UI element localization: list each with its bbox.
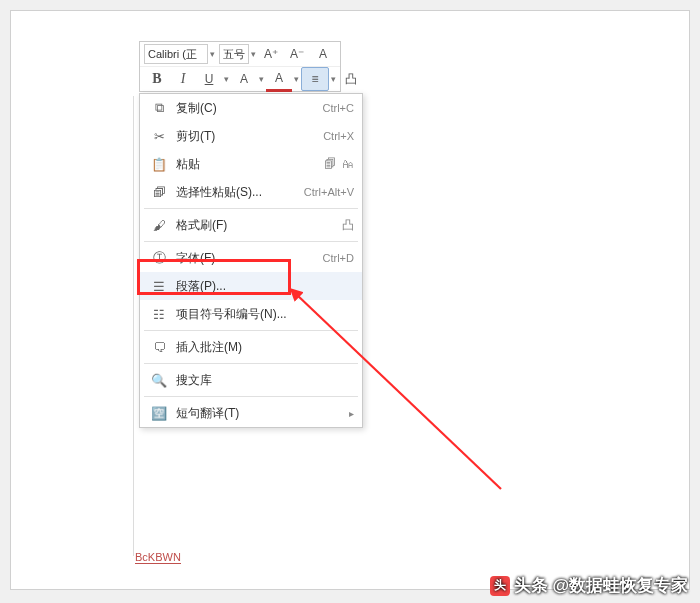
chevron-down-icon[interactable]: ▾ — [249, 49, 258, 59]
separator — [144, 241, 358, 242]
menu-copy[interactable]: ⧉ 复制(C) Ctrl+C — [140, 94, 362, 122]
font-color-button[interactable]: A — [266, 67, 292, 92]
font-name-combo[interactable]: Calibri (正 — [144, 44, 208, 64]
menu-shortcut: Ctrl+C — [323, 102, 354, 114]
menu-paste-special[interactable]: 🗊 选择性粘贴(S)... Ctrl+Alt+V — [140, 178, 362, 206]
separator — [144, 208, 358, 209]
toutiao-icon: 头 — [490, 576, 510, 596]
search-icon: 🔍 — [150, 373, 168, 388]
highlight-button[interactable]: 凸 — [338, 68, 364, 90]
watermark-prefix: 头条 — [514, 574, 548, 597]
watermark-author: @数据蛙恢复专家 — [552, 574, 688, 597]
ruler — [133, 96, 134, 556]
scissors-icon: ✂ — [150, 129, 168, 144]
increase-font-button[interactable]: A⁺ — [258, 43, 284, 65]
menu-shortcut: Ctrl+D — [323, 252, 354, 264]
menu-format-painter[interactable]: 🖌 格式刷(F) 凸 — [140, 211, 362, 239]
strike-button[interactable]: A — [231, 68, 257, 90]
separator — [144, 363, 358, 364]
menu-label: 短句翻译(T) — [168, 405, 343, 422]
menu-label: 搜文库 — [168, 372, 354, 389]
document-text[interactable]: BcKBWN — [135, 551, 181, 564]
font-size-combo[interactable]: 五号 — [219, 44, 249, 64]
app-window: Calibri (正▾ 五号▾ A⁺ A⁻ A B I U▾ A▾ A▾ ≡▾ … — [10, 10, 690, 590]
menu-label: 粘贴 — [168, 156, 324, 173]
context-menu: ⧉ 复制(C) Ctrl+C ✂ 剪切(T) Ctrl+X 📋 粘贴 🗐🗛 🗊 … — [139, 93, 363, 428]
brush-icon: 🖌 — [150, 218, 168, 233]
menu-label: 剪切(T) — [168, 128, 323, 145]
menu-font[interactable]: Ⓣ 字体(F)... Ctrl+D — [140, 244, 362, 272]
translate-icon: 🈳 — [150, 406, 168, 421]
separator — [144, 330, 358, 331]
clipboard-icon: 📋 — [150, 157, 168, 172]
clear-format-button[interactable]: A — [310, 43, 336, 65]
menu-souwen[interactable]: 🔍 搜文库 — [140, 366, 362, 394]
format-painter-opt[interactable]: 凸 — [342, 217, 354, 234]
menu-label: 选择性粘贴(S)... — [168, 184, 304, 201]
comment-icon: 🗨 — [150, 340, 168, 355]
separator — [144, 396, 358, 397]
chevron-down-icon[interactable]: ▾ — [329, 74, 338, 84]
paragraph-icon: ☰ — [150, 279, 168, 294]
decrease-font-button[interactable]: A⁻ — [284, 43, 310, 65]
menu-label: 格式刷(F) — [168, 217, 342, 234]
chevron-down-icon[interactable]: ▾ — [257, 74, 266, 84]
underline-button[interactable]: U — [196, 68, 222, 90]
paste-opt-icon[interactable]: 🗐 — [324, 157, 336, 171]
clipboard-special-icon: 🗊 — [150, 185, 168, 200]
menu-label: 项目符号和编号(N)... — [168, 306, 354, 323]
list-icon: ☷ — [150, 307, 168, 322]
copy-icon: ⧉ — [150, 100, 168, 116]
menu-bullets[interactable]: ☷ 项目符号和编号(N)... — [140, 300, 362, 328]
paste-options[interactable]: 🗐🗛 — [324, 157, 354, 171]
mini-toolbar: Calibri (正▾ 五号▾ A⁺ A⁻ A B I U▾ A▾ A▾ ≡▾ … — [139, 41, 341, 92]
menu-label: 插入批注(M) — [168, 339, 354, 356]
menu-shortcut: Ctrl+X — [323, 130, 354, 142]
font-icon: Ⓣ — [150, 249, 168, 267]
menu-label: 段落(P)... — [168, 278, 354, 295]
menu-insert-comment[interactable]: 🗨 插入批注(M) — [140, 333, 362, 361]
watermark: 头 头条 @数据蛙恢复专家 — [490, 574, 688, 597]
menu-paste[interactable]: 📋 粘贴 🗐🗛 — [140, 150, 362, 178]
menu-paragraph[interactable]: ☰ 段落(P)... — [140, 272, 362, 300]
bold-button[interactable]: B — [144, 68, 170, 90]
chevron-down-icon[interactable]: ▾ — [292, 74, 301, 84]
menu-translate[interactable]: 🈳 短句翻译(T) ▸ — [140, 399, 362, 427]
menu-label: 字体(F)... — [168, 250, 323, 267]
menu-cut[interactable]: ✂ 剪切(T) Ctrl+X — [140, 122, 362, 150]
menu-shortcut: Ctrl+Alt+V — [304, 186, 354, 198]
paste-opt-icon[interactable]: 🗛 — [342, 157, 354, 171]
chevron-down-icon[interactable]: ▾ — [222, 74, 231, 84]
menu-label: 复制(C) — [168, 100, 323, 117]
chevron-down-icon[interactable]: ▾ — [208, 49, 217, 59]
italic-button[interactable]: I — [170, 68, 196, 90]
chevron-right-icon: ▸ — [343, 408, 354, 419]
align-button[interactable]: ≡ — [301, 67, 329, 91]
